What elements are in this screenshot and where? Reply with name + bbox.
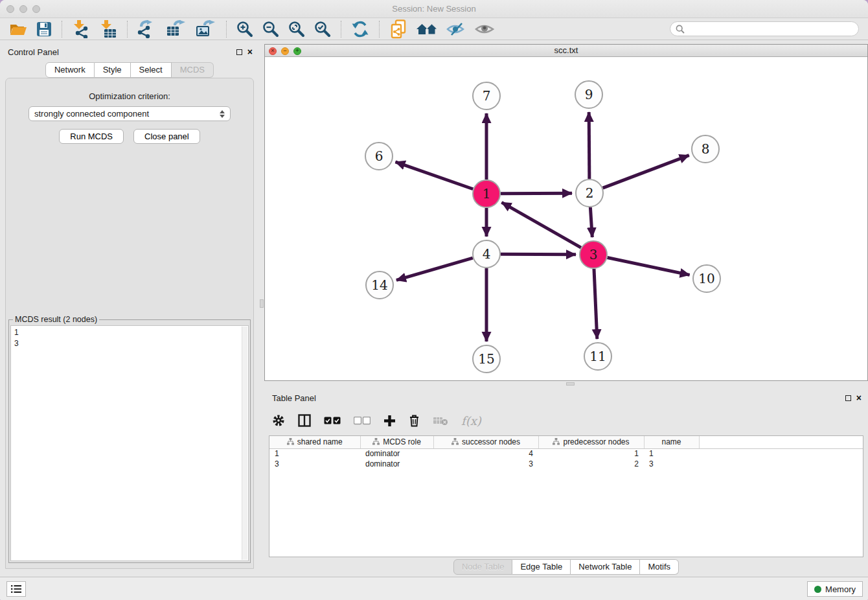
graph-edge[interactable] — [501, 202, 580, 248]
table-cell[interactable]: 3 — [433, 459, 538, 469]
float-panel-icon[interactable] — [236, 49, 242, 55]
graph-edge[interactable] — [608, 258, 690, 275]
close-panel-button[interactable]: Close panel — [133, 129, 200, 144]
column-header-name[interactable]: name — [644, 436, 699, 448]
mcds-result-area[interactable]: 13 — [10, 325, 249, 561]
table-cell[interactable]: 1 — [269, 448, 360, 459]
import-network-icon — [72, 20, 90, 38]
refresh-icon — [351, 21, 369, 38]
import-network-button[interactable] — [67, 19, 95, 39]
zoom-in-button[interactable] — [232, 19, 258, 39]
vertical-splitter[interactable] — [259, 40, 264, 577]
zoom-selected-button[interactable] — [310, 19, 336, 39]
export-table-icon — [166, 20, 187, 38]
create-column-button[interactable] — [383, 415, 396, 427]
unselect-all-button[interactable] — [354, 417, 371, 425]
graph-edge[interactable] — [396, 258, 473, 280]
result-scrollbar[interactable] — [242, 327, 247, 560]
tab-mcds[interactable]: MCDS — [172, 62, 214, 78]
toolbar-separator — [226, 21, 227, 38]
search-input[interactable] — [688, 25, 853, 34]
zoom-fit-button[interactable] — [284, 19, 310, 39]
control-panel-title: Control Panel — [8, 47, 236, 57]
graph-edge[interactable] — [589, 112, 589, 179]
tab-node-table[interactable]: Node Table — [453, 559, 513, 575]
export-network-button[interactable] — [133, 19, 161, 39]
search-field[interactable] — [670, 21, 859, 36]
tab-select[interactable]: Select — [131, 62, 172, 78]
column-header-mcds-role[interactable]: MCDS role — [360, 436, 433, 448]
float-table-panel-icon[interactable] — [845, 395, 851, 401]
close-table-panel-icon[interactable]: × — [856, 395, 862, 401]
graph-edge[interactable] — [594, 269, 597, 339]
zoom-out-button[interactable] — [258, 19, 284, 39]
splitter-handle[interactable] — [260, 299, 264, 308]
memory-button[interactable]: Memory — [807, 581, 863, 597]
horizontal-splitter[interactable] — [264, 381, 868, 386]
table-settings-button[interactable] — [272, 414, 285, 427]
table-cell[interactable]: 2 — [538, 459, 644, 469]
tab-style[interactable]: Style — [95, 62, 131, 78]
tab-edge-table[interactable]: Edge Table — [512, 559, 571, 575]
show-column-button[interactable] — [298, 414, 311, 427]
app-window: Session: New Session — [0, 0, 868, 600]
open-folder-icon — [10, 21, 27, 37]
close-panel-icon[interactable]: × — [247, 49, 253, 55]
delete-table-button — [433, 415, 448, 426]
eye-slash-icon — [446, 22, 466, 36]
graph-edge[interactable] — [501, 254, 576, 255]
table-cell[interactable]: dominator — [360, 459, 433, 469]
zoom-out-icon — [262, 21, 279, 38]
network-window: × − + scc.txt 12346789101114 — [264, 44, 868, 381]
select-all-icon — [324, 417, 341, 425]
table-cell[interactable]: dominator — [360, 448, 433, 459]
select-all-button[interactable] — [324, 417, 341, 425]
graph-node-label: 9 — [585, 87, 593, 102]
apply-layout-button[interactable] — [347, 19, 374, 39]
network-window-titlebar[interactable]: × − + scc.txt — [265, 45, 867, 57]
delete-columns-button[interactable] — [409, 414, 420, 427]
table-cell[interactable]: 1 — [644, 448, 699, 459]
graph-node-label: 2 — [586, 185, 594, 201]
export-image-button[interactable] — [191, 19, 221, 39]
tab-network[interactable]: Network — [45, 62, 95, 78]
split-column-icon — [298, 414, 311, 427]
mcds-panel: Optimization criterion: strongly connect… — [5, 78, 254, 569]
tab-network-table[interactable]: Network Table — [571, 559, 640, 575]
network-canvas[interactable]: 1234678910111415 — [265, 57, 867, 380]
import-table-button[interactable] — [95, 19, 122, 39]
result-line: 1 — [14, 327, 245, 338]
column-header-shared-name[interactable]: shared name — [269, 436, 360, 448]
graph-edge[interactable] — [395, 162, 473, 189]
graph-edge[interactable] — [501, 193, 572, 194]
main-toolbar — [0, 18, 868, 40]
table-cell[interactable]: 3 — [644, 459, 699, 469]
splitter-handle[interactable] — [566, 382, 575, 386]
export-table-button[interactable] — [161, 19, 191, 39]
graph-edge[interactable] — [590, 207, 592, 237]
show-graphics-details-button[interactable] — [470, 19, 499, 39]
table-cell[interactable]: 4 — [433, 448, 538, 459]
tab-motifs[interactable]: Motifs — [640, 559, 679, 575]
table-cell[interactable]: 1 — [538, 448, 644, 459]
node-table: shared name MCDS role successor nodes pr… — [269, 436, 863, 469]
save-session-button[interactable] — [32, 19, 56, 39]
home-button[interactable] — [412, 19, 442, 39]
column-header-successor-nodes[interactable]: successor nodes — [433, 436, 538, 448]
table-cell[interactable]: 3 — [269, 459, 360, 469]
toolbar-separator — [62, 21, 62, 38]
graph-edge[interactable] — [603, 156, 689, 189]
run-mcds-button[interactable]: Run MCDS — [59, 129, 124, 144]
task-history-button[interactable] — [6, 581, 26, 597]
open-session-button[interactable] — [5, 19, 32, 39]
network-graph[interactable]: 1234678910111415 — [265, 57, 867, 380]
header-filler — [699, 436, 863, 448]
hide-graphics-details-button[interactable] — [442, 19, 470, 39]
column-header-predecessor-nodes[interactable]: predecessor nodes — [538, 436, 644, 448]
clone-network-button[interactable] — [385, 19, 412, 39]
home-icon — [417, 21, 437, 37]
table-row[interactable]: 3dominator323 — [269, 459, 863, 469]
optimization-criterion-select[interactable]: strongly connected component — [29, 106, 231, 121]
node-table-container[interactable]: shared name MCDS role successor nodes pr… — [269, 435, 863, 557]
table-row[interactable]: 1dominator411 — [269, 448, 863, 459]
